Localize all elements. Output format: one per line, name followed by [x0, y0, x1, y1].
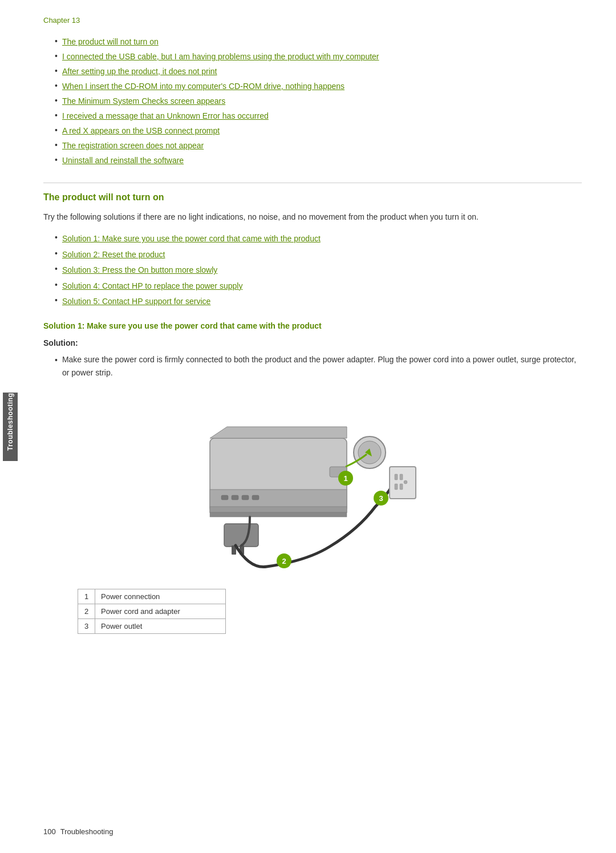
svg-rect-18	[400, 474, 403, 480]
solution-label: Solution:	[43, 338, 582, 347]
toc-link-2[interactable]: I connected the USB cable, but I am havi…	[62, 51, 379, 63]
chapter-label: Chapter 13	[43, 16, 582, 25]
solutions-list: Solution 1: Make sure you use the power …	[43, 232, 582, 308]
solution-link-1[interactable]: Solution 1: Make sure you use the power …	[62, 232, 321, 245]
svg-rect-16	[390, 467, 416, 499]
legend-num-3: 3	[78, 619, 95, 634]
toc-item-9: Uninstall and reinstall the software	[55, 155, 582, 167]
sidebar-tab: Troubleshooting	[3, 393, 18, 461]
svg-rect-20	[400, 484, 403, 490]
legend-num-2: 2	[78, 604, 95, 619]
page-footer: 100 Troubleshooting	[43, 827, 113, 836]
section-heading: The product will not turn on	[43, 183, 582, 203]
main-content: Chapter 13 The product will not turn on …	[21, 0, 616, 853]
svg-rect-6	[252, 495, 259, 500]
svg-rect-17	[395, 474, 398, 480]
svg-rect-3	[221, 495, 228, 500]
legend-num-1: 1	[78, 589, 95, 604]
legend-table: 1 Power connection 2 Power cord and adap…	[78, 589, 226, 634]
legend-row-1: 1 Power connection	[78, 589, 226, 604]
printer-illustration: 1 2 3	[193, 393, 432, 575]
svg-rect-4	[232, 495, 238, 500]
toc-link-1[interactable]: The product will not turn on	[62, 36, 159, 48]
legend-label-1: Power connection	[95, 589, 226, 604]
solution-item-2: Solution 2: Reset the product	[55, 248, 582, 261]
solution-link-5[interactable]: Solution 5: Contact HP support for servi…	[62, 295, 210, 308]
solution-link-2[interactable]: Solution 2: Reset the product	[62, 248, 165, 261]
svg-marker-1	[210, 427, 347, 438]
toc-item-5: The Minimum System Checks screen appears	[55, 95, 582, 107]
svg-rect-10	[224, 524, 258, 547]
toc-item-2: I connected the USB cable, but I am havi…	[55, 51, 582, 63]
section-intro: Try the following solutions if there are…	[43, 211, 582, 223]
svg-rect-8	[210, 512, 347, 517]
svg-point-21	[404, 480, 407, 484]
solution-text: Make sure the power cord is firmly conne…	[62, 353, 582, 379]
toc-list: The product will not turn on I connected…	[43, 36, 582, 167]
toc-link-4[interactable]: When I insert the CD-ROM into my compute…	[62, 80, 345, 92]
svg-text:2: 2	[282, 557, 286, 565]
toc-link-7[interactable]: A red X appears on the USB connect promp…	[62, 125, 220, 137]
legend-row-3: 3 Power outlet	[78, 619, 226, 634]
toc-item-3: After setting up the product, it does no…	[55, 66, 582, 78]
legend-label-3: Power outlet	[95, 619, 226, 634]
svg-text:1: 1	[343, 474, 347, 483]
toc-item-1: The product will not turn on	[55, 36, 582, 48]
solution-item-3: Solution 3: Press the On button more slo…	[55, 264, 582, 276]
legend-row-2: 2 Power cord and adapter	[78, 604, 226, 619]
svg-rect-5	[242, 495, 249, 500]
sub-section-heading: Solution 1: Make sure you use the power …	[43, 321, 582, 330]
solution-item-4: Solution 4: Contact HP to replace the po…	[55, 280, 582, 292]
solution-link-4[interactable]: Solution 4: Contact HP to replace the po…	[62, 280, 242, 292]
solution-item-5: Solution 5: Contact HP support for servi…	[55, 295, 582, 308]
toc-link-6[interactable]: I received a message that an Unknown Err…	[62, 110, 269, 122]
page-number: 100	[43, 827, 56, 836]
solution-text-item: Make sure the power cord is firmly conne…	[55, 353, 582, 379]
illustration-area: 1 2 3	[43, 393, 582, 575]
toc-item-8: The registration screen does not appear	[55, 140, 582, 152]
svg-rect-19	[395, 484, 398, 490]
toc-link-3[interactable]: After setting up the product, it does no…	[62, 66, 217, 78]
toc-link-5[interactable]: The Minimum System Checks screen appears	[62, 95, 225, 107]
solution-link-3[interactable]: Solution 3: Press the On button more slo…	[62, 264, 217, 276]
footer-label: Troubleshooting	[60, 827, 114, 836]
page-container: Troubleshooting Chapter 13 The product w…	[0, 0, 616, 853]
toc-item-4: When I insert the CD-ROM into my compute…	[55, 80, 582, 92]
toc-item-7: A red X appears on the USB connect promp…	[55, 125, 582, 137]
toc-link-8[interactable]: The registration screen does not appear	[62, 140, 204, 152]
solution-item-1: Solution 1: Make sure you use the power …	[55, 232, 582, 245]
svg-rect-7	[210, 507, 347, 512]
toc-link-9[interactable]: Uninstall and reinstall the software	[62, 155, 184, 167]
svg-text:3: 3	[379, 494, 383, 503]
legend-label-2: Power cord and adapter	[95, 604, 226, 619]
solution-text-list: Make sure the power cord is firmly conne…	[43, 353, 582, 379]
sidebar: Troubleshooting	[0, 0, 21, 853]
toc-item-6: I received a message that an Unknown Err…	[55, 110, 582, 122]
